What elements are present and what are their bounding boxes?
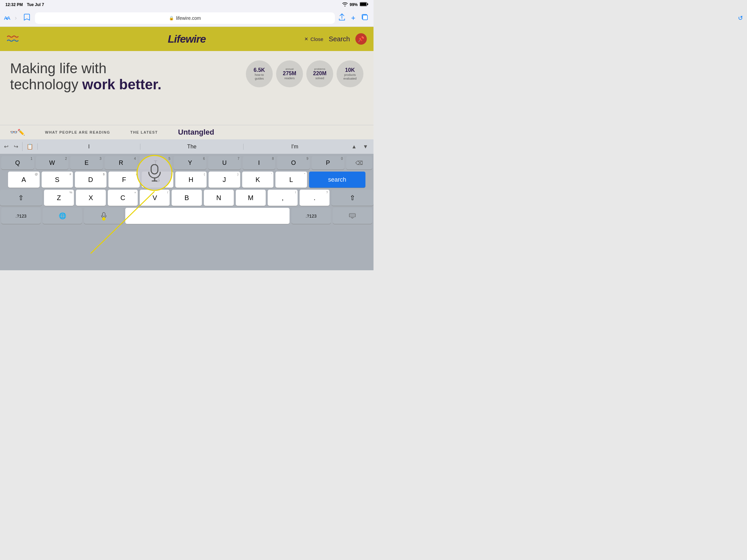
undo-redo-group: ↩ ↪ [0, 142, 23, 151]
key-v[interactable]: /V [140, 190, 170, 206]
stat-products: 10K productsevaluated [337, 60, 363, 87]
tabs-button[interactable] [360, 12, 369, 24]
wifi-icon [342, 2, 347, 7]
svg-rect-1 [360, 3, 366, 6]
url-text: lifewire.com [176, 16, 201, 21]
stats-row: 6.5K how-toguides annual 275M readers pr… [246, 60, 363, 87]
site-header: Lifewire ✕ Close Search 📌 [0, 27, 374, 51]
close-x-icon: ✕ [304, 36, 308, 42]
undo-button[interactable]: ↩ [3, 142, 10, 151]
svg-rect-8 [349, 214, 355, 217]
key-a[interactable]: @A [8, 171, 40, 188]
number-row: Q1 W2 E3 R4 T5 Y6 U7 I8 O9 P0 ⌫ [0, 154, 374, 169]
site-logo[interactable]: Lifewire [168, 33, 206, 45]
key-8[interactable]: I8 [243, 156, 276, 169]
stat-howto: 6.5K how-toguides [246, 60, 273, 87]
key-c[interactable]: =C [108, 190, 138, 206]
numbers-key-right[interactable]: .?123 [291, 208, 331, 224]
url-bar[interactable]: 🔒 lifewire.com AA ↺ [35, 12, 335, 24]
forward-button[interactable]: › [13, 13, 19, 23]
new-tab-button[interactable]: + [350, 12, 357, 24]
delete-key[interactable]: ⌫ [346, 156, 372, 169]
key-g[interactable]: *G [142, 171, 173, 188]
key-x[interactable]: X [76, 190, 106, 206]
share-button[interactable] [338, 12, 346, 24]
key-7[interactable]: U7 [208, 156, 241, 169]
keyboard-dismiss-key[interactable] [333, 208, 372, 224]
clip-icon: 📌 [355, 33, 367, 45]
browser-actions: + [338, 12, 369, 24]
reading-icon: 👓✏️ [10, 129, 25, 136]
arrow-down-button[interactable]: ▼ [360, 142, 371, 151]
close-button[interactable]: ✕ Close [304, 36, 323, 42]
lock-icon: 🔒 [169, 16, 174, 21]
key-s[interactable]: #S [42, 171, 73, 188]
hero-text: Making life with technology work better. [10, 60, 205, 93]
wave-icon [7, 34, 19, 44]
shift-key-right[interactable]: ⇧ [332, 190, 374, 206]
key-1[interactable]: Q1 [1, 156, 34, 169]
arrow-up-button[interactable]: ▲ [349, 142, 359, 151]
numbers-key-left[interactable]: .?123 [1, 208, 41, 224]
suggestion-1[interactable]: I [37, 144, 140, 150]
key-5[interactable]: T5 [139, 156, 172, 169]
svg-rect-2 [367, 3, 368, 5]
key-l[interactable]: "L [276, 171, 307, 188]
browser-bar: ‹ › 🔒 lifewire.com AA ↺ + [0, 9, 374, 27]
battery-icon [360, 2, 368, 7]
key-2[interactable]: W2 [36, 156, 69, 169]
key-9[interactable]: O9 [277, 156, 310, 169]
hero-line2-normal: technology [10, 77, 82, 92]
status-bar: 12:32 PM Tue Jul 7 99% [0, 0, 374, 9]
section-row: 👓✏️ WHAT PEOPLE ARE READING THE LATEST U… [0, 125, 374, 139]
header-left [7, 34, 19, 44]
suggestion-2[interactable]: The [140, 144, 243, 150]
search-button[interactable]: Search [329, 35, 350, 43]
autocomplete-bar: ↩ ↪ 📋 I The I'm ▲ ▼ [0, 139, 374, 154]
clipboard-button[interactable]: 📋 [23, 143, 37, 150]
svg-rect-5 [102, 213, 105, 217]
battery-percent: 99% [350, 2, 358, 7]
key-b[interactable]: B [172, 190, 202, 206]
key-f[interactable]: &F [108, 171, 140, 188]
redo-button[interactable]: ↪ [12, 142, 20, 151]
key-n[interactable]: N [204, 190, 234, 206]
key-4[interactable]: R4 [105, 156, 137, 169]
key-period[interactable]: ?. [300, 190, 330, 206]
key-j[interactable]: )J [209, 171, 240, 188]
row-asdf: @A #S $D &F *G (H )J 'K "L search [0, 171, 374, 188]
key-z[interactable]: %Z [44, 190, 74, 206]
key-0[interactable]: P0 [312, 156, 344, 169]
key-k[interactable]: 'K [242, 171, 274, 188]
key-comma[interactable]: !, [268, 190, 298, 206]
shift-key[interactable]: ⇧ [0, 190, 42, 206]
mic-yellow-dot [102, 217, 105, 220]
key-3[interactable]: E3 [70, 156, 103, 169]
suggestion-3[interactable]: I'm [243, 144, 346, 150]
the-latest: THE LATEST [130, 130, 158, 134]
aa-button[interactable]: AA [4, 16, 10, 21]
space-key[interactable] [125, 208, 289, 224]
stat-problems: problems 220M solved [306, 60, 333, 87]
what-people-reading: WHAT PEOPLE ARE READING [45, 130, 110, 134]
bottom-row: .?123 🌐 .?123 [0, 208, 374, 224]
status-date: Tue Jul 7 [27, 2, 44, 7]
search-key[interactable]: search [309, 171, 365, 188]
key-6[interactable]: Y6 [174, 156, 206, 169]
header-center: Lifewire [168, 33, 206, 45]
key-h[interactable]: (H [175, 171, 207, 188]
row-zxcv: ⇧ %Z X =C /V B N M !, ?. ⇧ [0, 190, 374, 206]
clipboard-icon: 📋 [27, 144, 33, 150]
close-label: Close [310, 36, 323, 42]
globe-key[interactable]: 🌐 [43, 208, 82, 224]
status-time: 12:32 PM [5, 2, 23, 7]
mic-key-bottom[interactable] [84, 208, 123, 224]
key-m[interactable]: M [236, 190, 266, 206]
keyboard-overlay: ↩ ↪ 📋 I The I'm ▲ ▼ Q1 W2 E3 R4 T5 Y6 [0, 139, 374, 270]
key-d[interactable]: $D [75, 171, 106, 188]
untangled-label: Untangled [178, 128, 214, 137]
hero-line1: Making life with [10, 60, 106, 76]
header-right: ✕ Close Search 📌 [304, 33, 367, 45]
bookmarks-button[interactable] [22, 12, 32, 24]
stat-readers: annual 275M readers [276, 60, 303, 87]
